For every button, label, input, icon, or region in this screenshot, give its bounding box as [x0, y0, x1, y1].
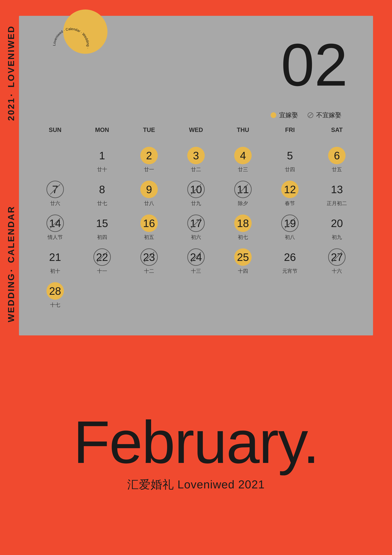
calendar-cell: 28十七 [32, 278, 78, 312]
calendar-cell: 4廿三 [220, 142, 266, 176]
calendar-cell [220, 278, 266, 312]
calendar-cell: 14情人节 [32, 210, 78, 244]
svg-text:Loveniwed · Calendar · Wedding: Loveniwed · Calendar · Wedding · [52, 27, 90, 49]
vertical-text-bottom: WEDDING．CALENDAR [5, 206, 17, 322]
calendar-cell: 21初十 [32, 244, 78, 278]
day-lunar: 廿八 [144, 200, 154, 207]
day-number: 10 [190, 184, 202, 195]
day-lunar: 春节 [285, 200, 295, 207]
calendar-cell: 12春节 [266, 176, 314, 210]
circular-text: Loveniwed · Calendar · Wedding · [47, 22, 95, 70]
day-lunar: 廿五 [332, 166, 342, 173]
day-number: 8 [99, 184, 105, 195]
day-number: 3 [193, 150, 199, 161]
calendar-cell: 20初九 [314, 210, 360, 244]
calendar-cell: 13正月初二 [314, 176, 360, 210]
day-number: 21 [49, 252, 61, 263]
day-lunar: 十七 [50, 301, 60, 308]
calendar-cell: 8廿七 [78, 176, 126, 210]
legend-auspicious-icon [271, 112, 276, 118]
calendar-cell: 1廿十 [78, 142, 126, 176]
day-lunar: 十四 [238, 268, 248, 275]
day-lunar: 初十 [50, 268, 60, 275]
day-number: 6 [334, 150, 340, 161]
vertical-text-top: 2021．LOVENIWED [5, 25, 17, 121]
day-lunar: 廿七 [97, 200, 107, 207]
day-number: 26 [284, 252, 296, 263]
legend-inauspicious: 不宜嫁娶 [308, 111, 342, 119]
calendar-cell: 2廿一 [126, 142, 172, 176]
calendar-grid: 1廿十2廿一3廿二4廿三5廿四6廿五7廿六8廿七9廿八10廿九11除夕12春节1… [32, 142, 360, 312]
day-lunar: 初九 [332, 234, 342, 241]
day-number: 20 [331, 218, 343, 229]
dow-cell: THU [220, 124, 266, 137]
dow-cell: MON [78, 124, 126, 137]
day-lunar: 十二 [144, 268, 154, 275]
month-title: February. [73, 412, 319, 472]
calendar-cell: 3廿二 [172, 142, 219, 176]
day-lunar: 廿三 [238, 166, 248, 173]
calendar-cell [172, 278, 219, 312]
calendar-cell [314, 278, 360, 312]
days-of-week-header: SUNMONTUEWEDTHUFRISAT [32, 124, 360, 137]
calendar-cell: 15初四 [78, 210, 126, 244]
calendar-cell [78, 278, 126, 312]
calendar-cell: 9廿八 [126, 176, 172, 210]
day-lunar: 廿二 [191, 166, 201, 173]
calendar-cell: 18初七 [220, 210, 266, 244]
calendar-cell: 27十六 [314, 244, 360, 278]
dow-cell: WED [172, 124, 219, 137]
day-number: 14 [49, 218, 61, 229]
legend-inauspicious-label: 不宜嫁娶 [316, 111, 342, 119]
day-lunar: 十三 [191, 268, 201, 275]
day-lunar: 廿十 [97, 166, 107, 173]
day-lunar: 廿四 [285, 166, 295, 173]
calendar-cell: 22十一 [78, 244, 126, 278]
day-number: 15 [96, 218, 108, 229]
calendar-cell: 24十三 [172, 244, 219, 278]
legend: 宜嫁娶 不宜嫁娶 [271, 111, 342, 119]
dow-cell: FRI [266, 124, 314, 137]
day-number: 17 [190, 218, 202, 229]
day-lunar: 初四 [97, 234, 107, 241]
calendar-cell: 6廿五 [314, 142, 360, 176]
day-number: 28 [49, 285, 61, 296]
calendar-cell: 25十四 [220, 244, 266, 278]
calendar-cell: 19初八 [266, 210, 314, 244]
calendar-cell [32, 142, 78, 176]
day-number: 9 [146, 184, 152, 195]
calendar-cell [266, 278, 314, 312]
calendar-cell [126, 278, 172, 312]
day-number: 13 [331, 184, 343, 195]
day-lunar: 廿六 [50, 200, 60, 207]
day-number: 16 [143, 218, 155, 229]
day-number: 2 [146, 150, 152, 161]
subtitle: 汇爱婚礼 Loveniwed 2021 [127, 477, 265, 492]
dow-cell: SAT [314, 124, 360, 137]
calendar-cell: 11除夕 [220, 176, 266, 210]
day-lunar: 初七 [238, 234, 248, 241]
legend-auspicious: 宜嫁娶 [271, 111, 298, 119]
bottom-section: February. 汇爱婚礼 Loveniwed 2021 [0, 349, 392, 555]
day-number: 25 [237, 252, 249, 263]
legend-auspicious-label: 宜嫁娶 [279, 111, 298, 119]
calendar-cell: 23十二 [126, 244, 172, 278]
calendar-cell: 7廿六 [32, 176, 78, 210]
day-number: 7 [52, 184, 58, 195]
calendar-cell: 26元宵节 [266, 244, 314, 278]
day-number: 27 [331, 252, 343, 263]
day-lunar: 除夕 [238, 200, 248, 207]
day-number: 12 [284, 184, 296, 195]
day-number: 1 [99, 150, 105, 161]
dow-cell: TUE [126, 124, 172, 137]
calendar-cell: 5廿四 [266, 142, 314, 176]
day-lunar: 十六 [332, 268, 342, 275]
day-lunar: 初八 [285, 234, 295, 241]
day-number: 4 [240, 150, 246, 161]
day-lunar: 元宵节 [282, 268, 298, 275]
day-number: 5 [287, 150, 293, 161]
month-number: 02 [281, 35, 348, 95]
day-number: 11 [237, 184, 249, 195]
day-number: 18 [237, 218, 249, 229]
day-lunar: 初六 [191, 234, 201, 241]
